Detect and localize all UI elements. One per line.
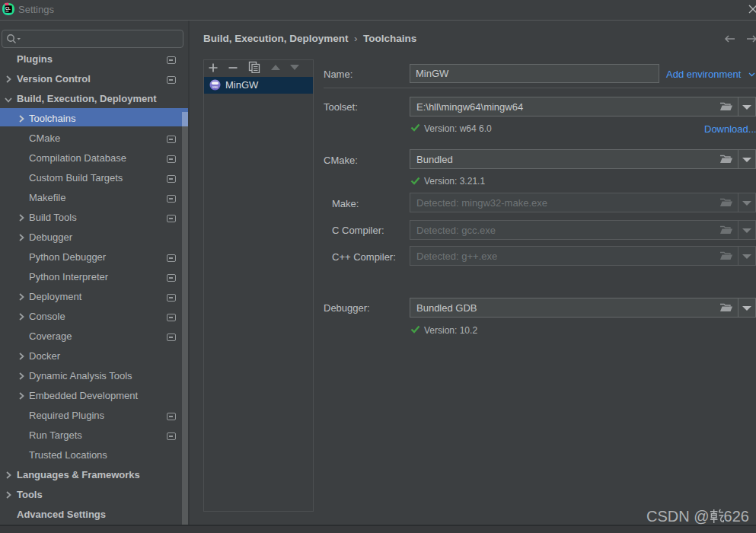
svg-text:GNU: GNU	[212, 86, 219, 89]
svg-text:CL: CL	[5, 6, 11, 11]
